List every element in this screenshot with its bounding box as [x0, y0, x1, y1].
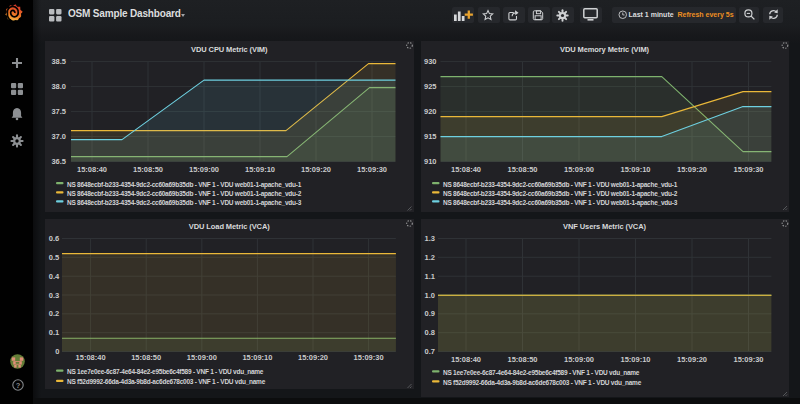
svg-text:NS 8648ecbf-b233-4354-9dc2-cc6: NS 8648ecbf-b233-4354-9dc2-cc60a69b35db …: [67, 199, 302, 207]
svg-text:NS f52d9992-66da-4d3a-9b8d-ac6: NS f52d9992-66da-4d3a-9b8d-ac6de678c003 …: [443, 378, 642, 385]
svg-text:NS 8648ecbf-b233-4354-9dc2-cc6: NS 8648ecbf-b233-4354-9dc2-cc60a69b35db …: [443, 199, 678, 207]
svg-text:NS 8648ecbf-b233-4354-9dc2-cc6: NS 8648ecbf-b233-4354-9dc2-cc60a69b35db …: [443, 181, 678, 189]
svg-text:NS 1ee7e0ee-6c87-4e64-84e2-e95: NS 1ee7e0ee-6c87-4e64-84e2-e95be6c4f589 …: [443, 368, 640, 375]
svg-text:NS 8648ecbf-b233-4354-9dc2-cc6: NS 8648ecbf-b233-4354-9dc2-cc60a69b35db …: [67, 181, 302, 189]
svg-text:NS 8648ecbf-b233-4354-9dc2-cc6: NS 8648ecbf-b233-4354-9dc2-cc60a69b35db …: [443, 190, 678, 198]
svg-text:?: ?: [15, 381, 20, 390]
svg-text:NS 1ee7e0ee-6c87-4e64-84e2-e95: NS 1ee7e0ee-6c87-4e64-84e2-e95be6c4f589 …: [67, 368, 264, 375]
svg-text:NS 8648ecbf-b233-4354-9dc2-cc6: NS 8648ecbf-b233-4354-9dc2-cc60a69b35db …: [67, 190, 302, 198]
svg-text:NS f52d9992-66da-4d3a-9b8d-ac6: NS f52d9992-66da-4d3a-9b8d-ac6de678c003 …: [67, 378, 266, 385]
